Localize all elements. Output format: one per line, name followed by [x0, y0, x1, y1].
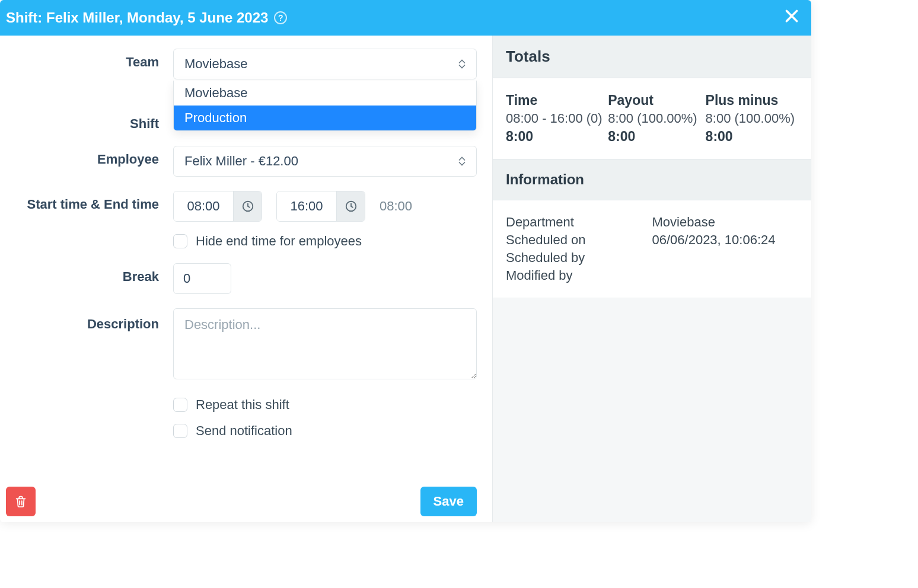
- info-scheduled-by-label: Scheduled by: [506, 250, 652, 266]
- information-block: Department Moviebase Scheduled on 06/06/…: [493, 200, 811, 298]
- description-row: Description: [6, 308, 477, 383]
- info-department-value: Moviebase: [652, 215, 799, 230]
- modal-footer: Save: [6, 487, 477, 516]
- totals-plusminus-sub: 8:00 (100.00%): [706, 111, 798, 126]
- team-row: Team Moviebase Moviebase Production: [6, 49, 477, 79]
- start-time-input[interactable]: 08:00: [173, 191, 262, 222]
- totals-payout-value: 8:00: [608, 129, 700, 145]
- totals-block: Time Payout Plus minus 08:00 - 16:00 (0)…: [493, 78, 811, 159]
- team-select-value: Moviebase: [184, 56, 247, 72]
- send-notification-label: Send notification: [196, 423, 292, 439]
- end-time-input[interactable]: 16:00: [276, 191, 365, 222]
- save-button[interactable]: Save: [420, 487, 477, 516]
- time-row: Start time & End time 08:00 16:00: [6, 191, 477, 222]
- clock-icon[interactable]: [233, 191, 262, 221]
- info-scheduled-by-value: [652, 250, 799, 266]
- info-modified-by-value: [652, 268, 799, 283]
- hide-end-time-label: Hide end time for employees: [196, 234, 362, 249]
- form-pane: Team Moviebase Moviebase Production: [0, 36, 492, 522]
- hide-end-time-checkbox[interactable]: Hide end time for employees: [173, 234, 477, 249]
- info-scheduled-on-value: 06/06/2023, 10:06:24: [652, 232, 799, 248]
- employee-label: Employee: [6, 146, 173, 167]
- time-label: Start time & End time: [6, 191, 173, 212]
- totals-time-value: 8:00: [506, 129, 603, 145]
- totals-payout-sub: 8:00 (100.00%): [608, 111, 700, 126]
- shift-modal: Shift: Felix Miller, Monday, 5 June 2023…: [0, 0, 811, 522]
- repeat-shift-label: Repeat this shift: [196, 397, 289, 413]
- info-modified-by-label: Modified by: [506, 268, 652, 283]
- employee-select-value: Felix Miller - €12.00: [184, 154, 298, 169]
- checkbox-icon: [173, 398, 187, 412]
- notify-row: Send notification: [6, 423, 477, 439]
- team-select[interactable]: Moviebase: [173, 49, 477, 79]
- shift-label: Shift: [6, 110, 173, 132]
- repeat-row: Repeat this shift: [6, 397, 477, 413]
- description-label: Description: [6, 308, 173, 332]
- totals-heading: Totals: [493, 36, 811, 78]
- team-option-moviebase[interactable]: Moviebase: [174, 81, 476, 106]
- checkbox-icon: [173, 424, 187, 438]
- totals-time-sub: 08:00 - 16:00 (0): [506, 111, 603, 126]
- totals-time-head: Time: [506, 92, 603, 108]
- break-row: Break: [6, 263, 477, 294]
- checkbox-icon: [173, 234, 187, 248]
- end-time-value: 16:00: [277, 191, 336, 221]
- info-department-label: Department: [506, 215, 652, 230]
- information-heading: Information: [493, 159, 811, 200]
- repeat-shift-checkbox[interactable]: Repeat this shift: [173, 397, 477, 413]
- trash-icon: [14, 495, 27, 508]
- shift-duration: 08:00: [380, 199, 412, 214]
- modal-header: Shift: Felix Miller, Monday, 5 June 2023…: [0, 0, 811, 36]
- send-notification-checkbox[interactable]: Send notification: [173, 423, 477, 439]
- team-dropdown: Moviebase Production: [173, 81, 477, 131]
- employee-row: Employee Felix Miller - €12.00: [6, 146, 477, 177]
- updown-icon: [458, 59, 466, 69]
- totals-plusminus-value: 8:00: [706, 129, 798, 145]
- employee-select[interactable]: Felix Miller - €12.00: [173, 146, 477, 177]
- totals-plusminus-head: Plus minus: [706, 92, 798, 108]
- close-icon[interactable]: [784, 8, 799, 27]
- break-input[interactable]: [173, 263, 231, 294]
- help-icon[interactable]: ?: [274, 11, 287, 24]
- modal-body: Team Moviebase Moviebase Production: [0, 36, 811, 522]
- clock-icon[interactable]: [336, 191, 365, 221]
- modal-title: Shift: Felix Miller, Monday, 5 June 2023: [6, 9, 268, 26]
- hide-end-row: Hide end time for employees: [6, 234, 477, 249]
- break-label: Break: [6, 263, 173, 285]
- team-option-production[interactable]: Production: [174, 106, 476, 130]
- totals-payout-head: Payout: [608, 92, 700, 108]
- start-time-value: 08:00: [174, 191, 233, 221]
- team-label: Team: [6, 49, 173, 70]
- description-textarea[interactable]: [173, 308, 477, 379]
- updown-icon: [458, 156, 466, 167]
- delete-button[interactable]: [6, 487, 36, 516]
- side-pane: Totals Time Payout Plus minus 08:00 - 16…: [492, 36, 811, 522]
- info-scheduled-on-label: Scheduled on: [506, 232, 652, 248]
